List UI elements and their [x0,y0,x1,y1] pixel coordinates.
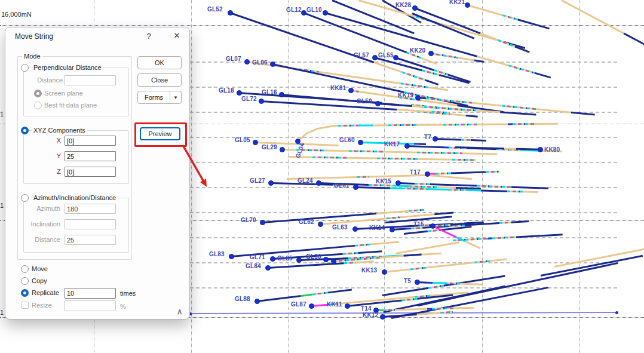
best-fit-radio[interactable] [34,102,42,109]
perpendicular-label: Perpendicular Distance [32,64,103,72]
collar-GL24[interactable] [316,180,321,186]
string-endpoint[interactable] [615,311,618,314]
collar-GL85[interactable] [296,257,302,263]
trace-segment [431,53,462,59]
trace-segment [358,124,373,126]
collar-KK81[interactable] [348,88,354,93]
inclination-input[interactable] [65,219,116,229]
collar-T17[interactable] [425,171,430,177]
selected-string-line[interactable] [190,312,617,314]
trace-segment [449,189,465,191]
collar-KK20[interactable] [428,51,434,56]
collar-KK13[interactable] [382,269,387,275]
collar-T5[interactable] [415,280,420,285]
hole-label-GL52: GL52 [207,6,223,13]
move-radio[interactable] [21,265,29,273]
collar-T15[interactable] [430,223,436,229]
resize-label: Resize [32,302,52,309]
y-input[interactable] [65,151,116,161]
hole-label-GL16: GL16 [262,89,277,96]
hole-label-GL84: GL84 [246,263,261,269]
collar-GL72[interactable] [259,99,264,104]
trace-segment [312,291,328,295]
collar-KK21[interactable] [465,2,470,8]
collar-KK17[interactable] [404,143,410,149]
trace-segment [429,174,472,180]
collar-GL84[interactable] [265,265,271,271]
xyz-radio[interactable] [21,127,29,134]
aid-radio[interactable] [21,194,29,202]
resize-input[interactable] [65,300,116,311]
trace-segment [461,57,474,61]
trace-segment [508,65,535,73]
collar-GL62[interactable] [318,222,323,227]
help-icon[interactable]: ? [143,32,154,42]
preview-button[interactable]: Preview [140,127,180,140]
hole-label-GL06: GL06 [252,59,268,66]
collar-KK12[interactable] [380,314,385,320]
collar-GL70[interactable] [260,220,265,225]
collar-GL06[interactable] [270,62,275,67]
collar-KK15[interactable] [395,180,401,186]
collar-GL88[interactable] [254,299,260,304]
z-input[interactable] [65,167,116,177]
trace-segment [407,145,444,148]
collar-GL87[interactable] [309,303,314,309]
collar-GL16[interactable] [279,92,284,97]
collar-GL57[interactable] [372,55,378,60]
trace-segment [507,190,525,192]
hole-label-KK17: KK17 [384,141,400,148]
aid-distance-input[interactable] [65,235,116,245]
xyz-label: XYZ Components [32,127,87,134]
close-button[interactable]: Close [137,73,182,87]
trace-segment [502,105,536,110]
collar-GL59[interactable] [375,101,381,106]
collar-GL52[interactable] [228,10,233,16]
copy-radio[interactable] [21,277,29,285]
collar-GL30[interactable] [323,257,329,262]
move-label: Move [32,265,48,273]
forms-dropdown-icon[interactable]: ▼ [170,91,181,103]
collar-GL18[interactable] [237,90,242,96]
collar-GL07[interactable] [244,59,250,65]
trace-segment [462,152,497,155]
screen-plane-radio[interactable] [34,90,42,97]
collar-GL29[interactable] [280,147,285,152]
trace-segment [343,251,358,254]
resize-checkbox[interactable] [22,302,29,309]
replicate-radio[interactable] [21,289,29,297]
collar-KK14[interactable] [390,227,395,232]
hole-label-GL60: GL60 [339,137,355,143]
collar-T7[interactable] [433,136,438,142]
drillhole-trace-T17 [429,174,472,180]
collar-GL10[interactable] [323,10,328,16]
azimuth-input[interactable] [65,204,116,214]
hole-label-GL72: GL72 [241,96,257,102]
collar-GL27[interactable] [268,180,274,186]
replicate-count-input[interactable] [65,288,116,299]
drillhole-trace [382,275,505,296]
collar-KK19[interactable] [415,95,421,100]
drillhole-trace-T7 [435,138,486,142]
collar-KK28[interactable] [412,5,418,11]
screen-plane-label: Screen plane [44,90,83,97]
collar-KK80[interactable] [538,147,543,152]
hole-label-KK80: KK80 [544,146,560,153]
collar-GL71[interactable] [270,256,275,262]
close-icon[interactable]: ✕ [170,31,183,43]
trace-segment [536,122,558,124]
collar-GL61[interactable] [353,185,358,190]
northing-label: 16,000mN [1,11,32,18]
chevron-up-icon[interactable]: ∧ [177,307,183,316]
distance-input[interactable] [65,75,116,85]
forms-button[interactable]: Forms ▼ [137,91,182,104]
collar-GL83[interactable] [229,254,234,259]
ok-button[interactable]: OK [137,56,182,69]
collar-GL05[interactable] [253,140,258,145]
collar-GL60[interactable] [358,140,363,145]
x-input[interactable] [65,136,116,146]
perpendicular-radio[interactable] [21,64,29,72]
collar-GL63[interactable] [352,226,358,232]
collar-KK11[interactable] [345,303,350,309]
trace-segment [466,114,478,117]
